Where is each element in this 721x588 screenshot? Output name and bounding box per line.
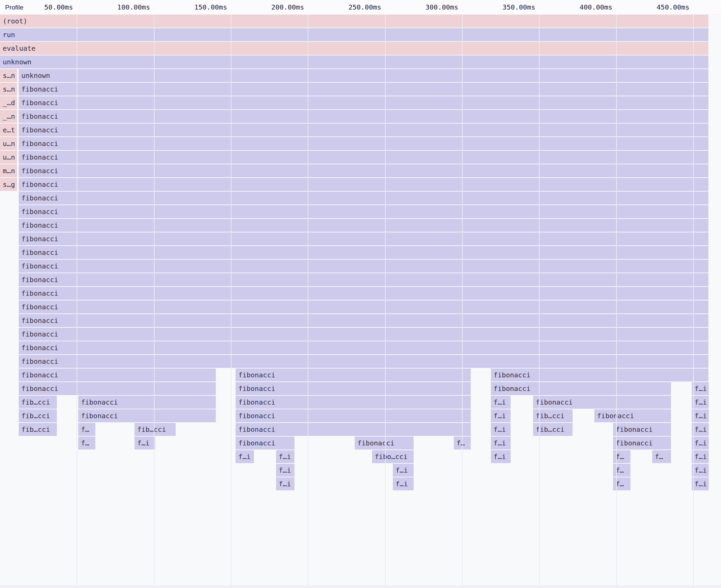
flame-bar[interactable]: fibo…cci — [372, 450, 414, 463]
flame-bar[interactable]: fibonacci — [19, 246, 708, 259]
flame-bar[interactable]: fibonacci — [19, 83, 708, 96]
flame-bar[interactable]: f…i — [491, 450, 511, 463]
flame-bar[interactable]: f… — [613, 464, 630, 477]
gridline — [385, 15, 386, 586]
flame-bar[interactable]: f…i — [491, 396, 511, 409]
flame-bar[interactable]: fibonacci — [236, 396, 471, 409]
flame-bar[interactable]: fibonacci — [491, 382, 671, 395]
flame-bar[interactable]: f… — [613, 450, 630, 463]
flame-bar[interactable]: fib…cci — [134, 423, 176, 436]
flame-bar[interactable]: f…i — [692, 477, 709, 490]
flame-bar[interactable]: fibonacci — [236, 423, 471, 436]
flame-bar[interactable]: fibonacci — [236, 437, 294, 450]
gridline — [308, 15, 308, 586]
flame-bar[interactable]: fibonacci — [19, 164, 708, 177]
time-tick-label: 250.00ms — [327, 0, 381, 15]
flame-bar[interactable]: run — [0, 28, 708, 41]
flame-bar[interactable]: fibonacci — [78, 409, 216, 422]
flame-bar[interactable]: fibonacci — [19, 110, 708, 123]
flame-bar[interactable]: f…i — [692, 382, 709, 395]
flame-bar[interactable]: fibonacci — [19, 124, 708, 136]
flame-bar[interactable]: f…i — [236, 450, 254, 463]
flame-bar[interactable]: fibonacci — [236, 382, 471, 395]
flame-bar[interactable]: fibonacci — [19, 205, 708, 218]
flame-bar[interactable]: fibonacci — [355, 437, 414, 450]
flame-bar[interactable]: f…i — [276, 450, 294, 463]
flame-bar[interactable]: f…i — [491, 437, 511, 450]
flame-bar[interactable]: fibonacci — [19, 314, 708, 327]
flame-bar[interactable]: fibonacci — [19, 369, 216, 381]
flame-bar[interactable]: fibonacci — [236, 409, 471, 422]
flame-bar[interactable]: evaluate — [0, 42, 708, 55]
flame-bar[interactable]: fibonacci — [19, 151, 708, 164]
time-ruler-header: Profile 50.00ms100.00ms150.00ms200.00ms2… — [0, 0, 721, 15]
flame-bar[interactable]: fibonacci — [533, 396, 671, 409]
flame-bar[interactable]: f…i — [692, 423, 709, 436]
flame-bar[interactable]: fibonacci — [19, 192, 708, 205]
flame-bar[interactable]: f… — [652, 450, 671, 463]
flame-bar[interactable]: fibonacci — [491, 369, 708, 381]
flame-bar[interactable]: fibonacci — [613, 423, 671, 436]
flame-bar[interactable]: f…i — [276, 477, 294, 490]
flame-bar[interactable]: fibonacci — [19, 178, 708, 191]
gridline — [616, 15, 617, 586]
flame-bar[interactable]: f…i — [393, 464, 414, 477]
flame-bar[interactable]: fibonacci — [19, 300, 708, 313]
flame-bar[interactable]: e…t — [0, 124, 17, 136]
flame-bar[interactable]: fibonacci — [19, 232, 708, 245]
flame-bar[interactable]: f…i — [491, 423, 511, 436]
flame-bar[interactable]: f… — [613, 477, 630, 490]
flame-bar[interactable]: m…n — [0, 164, 17, 177]
gridline — [693, 15, 694, 586]
flame-bar[interactable]: unknown — [19, 69, 708, 82]
flame-bar[interactable]: f…i — [491, 409, 511, 422]
flame-bar[interactable]: s…n — [0, 83, 17, 96]
flame-bar[interactable]: fibonacci — [78, 396, 216, 409]
time-tick-label: 100.00ms — [96, 0, 150, 15]
gridline — [154, 15, 155, 586]
flame-bar[interactable]: fibonacci — [236, 369, 471, 381]
time-tick-label: 50.00ms — [18, 0, 73, 15]
flame-bar[interactable]: _…n — [0, 110, 17, 123]
time-tick-label: 350.00ms — [481, 0, 535, 15]
time-tick-label: 300.00ms — [404, 0, 458, 15]
flame-bar[interactable]: u…n — [0, 151, 17, 164]
flame-bar[interactable]: f…i — [276, 464, 294, 477]
flame-bar[interactable]: f…i — [692, 450, 709, 463]
flame-bar[interactable]: fibonacci — [19, 328, 708, 341]
flame-bar[interactable]: f…i — [692, 464, 709, 477]
flame-bar[interactable]: f… — [78, 437, 95, 450]
flame-bar[interactable]: fibonacci — [19, 273, 708, 286]
flame-bar[interactable]: unknown — [0, 55, 708, 68]
flame-bar[interactable]: fibonacci — [19, 260, 708, 273]
flame-bar[interactable]: fib…cci — [19, 396, 57, 409]
flame-bar[interactable]: f… — [78, 423, 95, 436]
gridline — [77, 15, 77, 586]
flame-bar[interactable]: s…n — [0, 69, 17, 82]
flamechart-canvas[interactable]: (root)runevaluateunknowns…nunknowns…nfib… — [0, 0, 721, 586]
time-tick-label: 400.00ms — [558, 0, 612, 15]
flame-bar[interactable]: fibonacci — [613, 437, 671, 450]
flame-bar[interactable]: f…i — [692, 437, 709, 450]
flame-bar[interactable]: f…i — [134, 437, 155, 450]
flame-bar[interactable]: u…n — [0, 137, 17, 150]
flame-bar[interactable]: fib…cci — [19, 409, 57, 422]
flame-bar[interactable]: s…g — [0, 178, 17, 191]
profiler-flamechart-app: (root)runevaluateunknowns…nunknowns…nfib… — [0, 0, 721, 588]
flame-bar[interactable]: fibonacci — [19, 137, 708, 150]
flame-bar[interactable]: fibonacci — [19, 287, 708, 300]
bottom-edge-strip — [0, 586, 721, 588]
flame-bar[interactable]: f…i — [692, 396, 709, 409]
flame-bar[interactable]: (root) — [0, 15, 708, 28]
flame-bar[interactable]: f…i — [393, 477, 414, 490]
flame-bar[interactable]: fib…cci — [19, 423, 57, 436]
flame-bar[interactable]: fibonacci — [19, 382, 216, 395]
flame-bar[interactable]: fibonacci — [19, 219, 708, 232]
flame-bar[interactable]: fibonacci — [19, 355, 708, 368]
flame-bar[interactable]: fibonacci — [19, 96, 708, 109]
flame-bar[interactable]: fibonacci — [19, 341, 708, 354]
flame-bar[interactable]: f…i — [692, 409, 709, 422]
flame-bar[interactable]: _…d — [0, 96, 17, 109]
gridline — [462, 15, 463, 586]
flame-bar[interactable]: fibonacci — [594, 409, 671, 422]
